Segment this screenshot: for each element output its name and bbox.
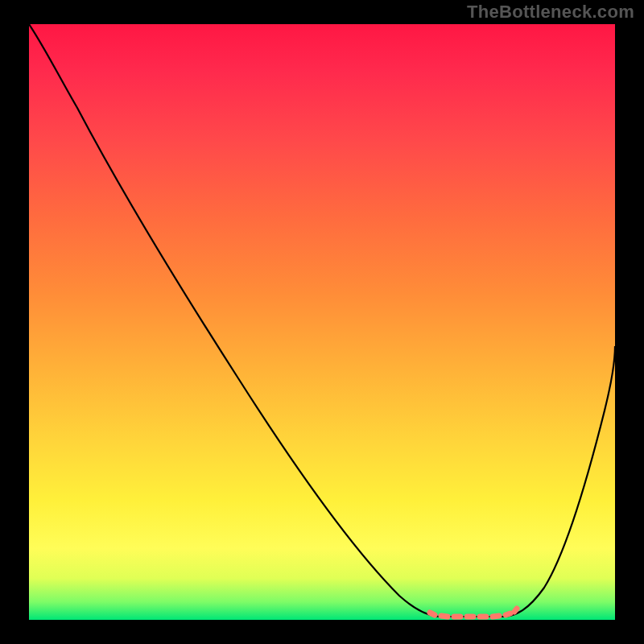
chart-frame: TheBottleneck.com [0,0,644,644]
svg-line-6 [506,613,510,615]
watermark-text: TheBottleneck.com [467,2,634,23]
svg-line-7 [514,609,517,612]
plot-area [29,24,615,620]
curve-layer [29,24,615,620]
svg-line-1 [441,616,448,617]
main-curve [29,24,615,617]
flat-band-markers [430,609,517,617]
svg-line-0 [430,613,435,615]
svg-line-5 [493,616,499,617]
